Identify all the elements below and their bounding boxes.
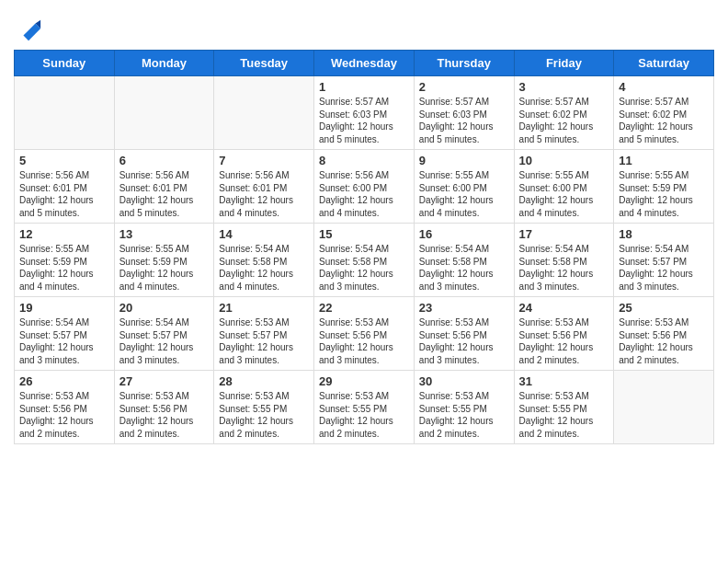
calendar-cell: 5Sunrise: 5:56 AMSunset: 6:01 PMDaylight… [15, 150, 115, 224]
cell-content: Sunrise: 5:57 AMSunset: 6:03 PMDaylight:… [319, 96, 409, 145]
calendar-header-row: SundayMondayTuesdayWednesdayThursdayFrid… [15, 51, 714, 76]
day-number: 11 [619, 154, 709, 167]
calendar-week-5: 26Sunrise: 5:53 AMSunset: 5:56 PMDayligh… [15, 371, 714, 444]
calendar-cell: 18Sunrise: 5:54 AMSunset: 5:57 PMDayligh… [614, 224, 714, 297]
cell-content: Sunrise: 5:53 AMSunset: 5:56 PMDaylight:… [419, 316, 509, 366]
calendar-cell: 25Sunrise: 5:53 AMSunset: 5:56 PMDayligh… [614, 297, 714, 371]
day-number: 16 [419, 227, 509, 241]
cell-content: Sunrise: 5:55 AMSunset: 5:59 PMDaylight:… [619, 169, 709, 219]
cell-content: Sunrise: 5:54 AMSunset: 5:58 PMDaylight:… [419, 243, 509, 293]
calendar-cell: 4Sunrise: 5:57 AMSunset: 6:02 PMDaylight… [614, 76, 714, 150]
calendar-cell: 27Sunrise: 5:53 AMSunset: 5:56 PMDayligh… [114, 371, 214, 444]
day-of-week-saturday: Saturday [614, 51, 714, 76]
day-number: 15 [319, 227, 409, 241]
calendar-cell: 9Sunrise: 5:55 AMSunset: 6:00 PMDaylight… [414, 150, 514, 224]
calendar-week-2: 5Sunrise: 5:56 AMSunset: 6:01 PMDaylight… [15, 150, 714, 224]
day-number: 14 [219, 227, 309, 241]
cell-content: Sunrise: 5:53 AMSunset: 5:56 PMDaylight:… [319, 316, 409, 366]
calendar-cell [114, 76, 214, 150]
calendar-cell: 23Sunrise: 5:53 AMSunset: 5:56 PMDayligh… [414, 297, 514, 371]
calendar-cell: 31Sunrise: 5:53 AMSunset: 5:55 PMDayligh… [514, 371, 614, 444]
calendar-cell: 12Sunrise: 5:55 AMSunset: 5:59 PMDayligh… [15, 224, 115, 297]
cell-content: Sunrise: 5:53 AMSunset: 5:55 PMDaylight:… [519, 390, 609, 440]
cell-content: Sunrise: 5:54 AMSunset: 5:57 PMDaylight:… [619, 243, 709, 293]
cell-content: Sunrise: 5:54 AMSunset: 5:57 PMDaylight:… [119, 316, 210, 366]
day-number: 7 [219, 154, 309, 167]
cell-content: Sunrise: 5:53 AMSunset: 5:55 PMDaylight:… [319, 390, 409, 440]
day-number: 3 [519, 80, 609, 94]
day-number: 6 [119, 154, 210, 167]
calendar-cell: 14Sunrise: 5:54 AMSunset: 5:58 PMDayligh… [214, 224, 314, 297]
cell-content: Sunrise: 5:53 AMSunset: 5:57 PMDaylight:… [219, 316, 309, 366]
cell-content: Sunrise: 5:53 AMSunset: 5:56 PMDaylight:… [119, 390, 210, 440]
header [14, 9, 714, 42]
cell-content: Sunrise: 5:53 AMSunset: 5:55 PMDaylight:… [419, 390, 509, 440]
calendar-cell: 3Sunrise: 5:57 AMSunset: 6:02 PMDaylight… [514, 76, 614, 150]
calendar-cell: 6Sunrise: 5:56 AMSunset: 6:01 PMDaylight… [114, 150, 214, 224]
day-of-week-friday: Friday [514, 51, 614, 76]
cell-content: Sunrise: 5:53 AMSunset: 5:56 PMDaylight:… [619, 316, 709, 366]
day-number: 9 [419, 154, 509, 167]
cell-content: Sunrise: 5:54 AMSunset: 5:58 PMDaylight:… [219, 243, 309, 293]
calendar-week-4: 19Sunrise: 5:54 AMSunset: 5:57 PMDayligh… [15, 297, 714, 371]
calendar-week-3: 12Sunrise: 5:55 AMSunset: 5:59 PMDayligh… [15, 224, 714, 297]
calendar-week-1: 1Sunrise: 5:57 AMSunset: 6:03 PMDaylight… [15, 76, 714, 150]
day-number: 1 [319, 80, 409, 94]
cell-content: Sunrise: 5:53 AMSunset: 5:56 PMDaylight:… [19, 390, 109, 440]
cell-content: Sunrise: 5:56 AMSunset: 6:01 PMDaylight:… [119, 169, 210, 219]
calendar-cell: 28Sunrise: 5:53 AMSunset: 5:55 PMDayligh… [214, 371, 314, 444]
cell-content: Sunrise: 5:54 AMSunset: 5:58 PMDaylight:… [319, 243, 409, 293]
calendar-cell: 8Sunrise: 5:56 AMSunset: 6:00 PMDaylight… [314, 150, 415, 224]
calendar-cell: 21Sunrise: 5:53 AMSunset: 5:57 PMDayligh… [214, 297, 314, 371]
day-number: 24 [519, 301, 609, 315]
day-of-week-tuesday: Tuesday [214, 51, 314, 76]
day-number: 23 [419, 301, 509, 315]
day-of-week-monday: Monday [114, 51, 214, 76]
cell-content: Sunrise: 5:54 AMSunset: 5:57 PMDaylight:… [19, 316, 109, 366]
day-number: 31 [519, 374, 609, 388]
day-number: 17 [519, 227, 609, 241]
day-number: 4 [619, 80, 709, 94]
cell-content: Sunrise: 5:53 AMSunset: 5:55 PMDaylight:… [219, 390, 309, 440]
calendar-cell: 20Sunrise: 5:54 AMSunset: 5:57 PMDayligh… [114, 297, 214, 371]
cell-content: Sunrise: 5:55 AMSunset: 6:00 PMDaylight:… [519, 169, 609, 219]
cell-content: Sunrise: 5:57 AMSunset: 6:02 PMDaylight:… [619, 96, 709, 145]
cell-content: Sunrise: 5:57 AMSunset: 6:03 PMDaylight:… [419, 96, 509, 145]
calendar-cell [214, 76, 314, 150]
day-number: 29 [319, 374, 409, 388]
cell-content: Sunrise: 5:55 AMSunset: 6:00 PMDaylight:… [419, 169, 509, 219]
day-number: 20 [119, 301, 210, 315]
calendar-cell: 22Sunrise: 5:53 AMSunset: 5:56 PMDayligh… [314, 297, 415, 371]
calendar-cell: 30Sunrise: 5:53 AMSunset: 5:55 PMDayligh… [414, 371, 514, 444]
calendar-cell: 16Sunrise: 5:54 AMSunset: 5:58 PMDayligh… [414, 224, 514, 297]
logo-icon [17, 17, 42, 42]
calendar-cell: 2Sunrise: 5:57 AMSunset: 6:03 PMDaylight… [414, 76, 514, 150]
day-of-week-wednesday: Wednesday [314, 51, 415, 76]
cell-content: Sunrise: 5:57 AMSunset: 6:02 PMDaylight:… [519, 96, 609, 145]
cell-content: Sunrise: 5:54 AMSunset: 5:58 PMDaylight:… [519, 243, 609, 293]
day-number: 5 [19, 154, 109, 167]
calendar: SundayMondayTuesdayWednesdayThursdayFrid… [14, 50, 714, 444]
calendar-cell: 17Sunrise: 5:54 AMSunset: 5:58 PMDayligh… [514, 224, 614, 297]
day-number: 26 [19, 374, 109, 388]
day-number: 8 [319, 154, 409, 167]
cell-content: Sunrise: 5:56 AMSunset: 6:00 PMDaylight:… [319, 169, 409, 219]
cell-content: Sunrise: 5:56 AMSunset: 6:01 PMDaylight:… [19, 169, 109, 219]
day-number: 19 [19, 301, 109, 315]
day-number: 28 [219, 374, 309, 388]
cell-content: Sunrise: 5:55 AMSunset: 5:59 PMDaylight:… [119, 243, 210, 293]
day-of-week-sunday: Sunday [15, 51, 115, 76]
day-number: 21 [219, 301, 309, 315]
calendar-cell: 7Sunrise: 5:56 AMSunset: 6:01 PMDaylight… [214, 150, 314, 224]
day-number: 2 [419, 80, 509, 94]
svg-marker-0 [23, 23, 40, 40]
logo [14, 17, 42, 42]
day-number: 18 [619, 227, 709, 241]
calendar-cell: 10Sunrise: 5:55 AMSunset: 6:00 PMDayligh… [514, 150, 614, 224]
calendar-cell: 15Sunrise: 5:54 AMSunset: 5:58 PMDayligh… [314, 224, 415, 297]
calendar-cell: 26Sunrise: 5:53 AMSunset: 5:56 PMDayligh… [15, 371, 115, 444]
day-number: 12 [19, 227, 109, 241]
calendar-cell: 1Sunrise: 5:57 AMSunset: 6:03 PMDaylight… [314, 76, 415, 150]
day-number: 22 [319, 301, 409, 315]
calendar-cell: 19Sunrise: 5:54 AMSunset: 5:57 PMDayligh… [15, 297, 115, 371]
